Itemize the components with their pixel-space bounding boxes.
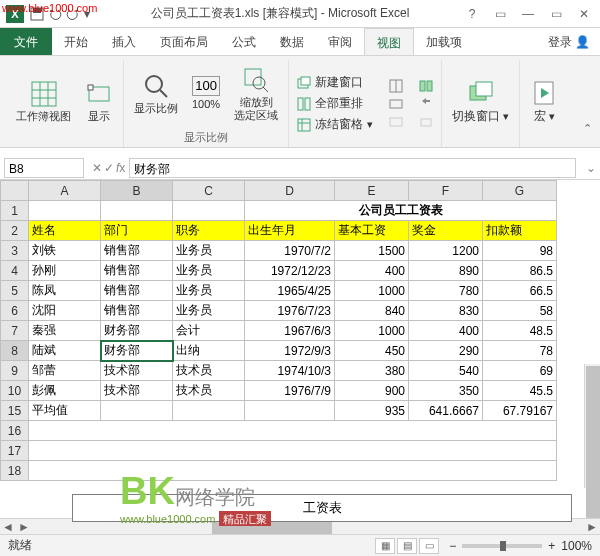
tab-review[interactable]: 审阅 bbox=[316, 28, 364, 55]
zoom-selection-button[interactable]: 缩放到 选定区域 bbox=[230, 64, 282, 124]
cell[interactable]: 沈阳 bbox=[29, 301, 101, 321]
horizontal-scroll-thumb[interactable] bbox=[212, 520, 332, 534]
cell[interactable]: 1972/12/23 bbox=[245, 261, 335, 281]
cell[interactable]: 450 bbox=[335, 341, 409, 361]
cell[interactable]: 1967/6/3 bbox=[245, 321, 335, 341]
fx-icon[interactable]: fx bbox=[116, 161, 125, 175]
cell[interactable]: 孙刚 bbox=[29, 261, 101, 281]
name-box[interactable]: B8 bbox=[4, 158, 84, 178]
ribbon-display-button[interactable]: ▭ bbox=[490, 7, 510, 21]
cell[interactable]: 出纳 bbox=[173, 341, 245, 361]
table-header[interactable]: 部门 bbox=[101, 221, 173, 241]
row-header-15[interactable]: 15 bbox=[1, 401, 29, 421]
workbook-views-button[interactable]: 工作簿视图 bbox=[12, 78, 75, 125]
cell[interactable]: 销售部 bbox=[101, 301, 173, 321]
cell[interactable]: 78 bbox=[483, 341, 557, 361]
sheet-nav-prev[interactable]: ◄ bbox=[0, 519, 16, 534]
close-button[interactable]: ✕ bbox=[574, 7, 594, 21]
cell[interactable]: 业务员 bbox=[173, 281, 245, 301]
cell[interactable]: 业务员 bbox=[173, 241, 245, 261]
table-header[interactable]: 出生年月 bbox=[245, 221, 335, 241]
split-button[interactable] bbox=[387, 78, 405, 94]
zoom-100-button[interactable]: 100 100% bbox=[188, 74, 224, 113]
cell[interactable]: 1000 bbox=[335, 321, 409, 341]
page-layout-view-button[interactable]: ▤ bbox=[397, 538, 417, 554]
row-header-10[interactable]: 10 bbox=[1, 381, 29, 401]
zoom-button[interactable]: 显示比例 bbox=[130, 70, 182, 117]
help-button[interactable]: ? bbox=[462, 7, 482, 21]
cell[interactable]: 陈凤 bbox=[29, 281, 101, 301]
col-header-D[interactable]: D bbox=[245, 181, 335, 201]
table-header[interactable]: 奖金 bbox=[409, 221, 483, 241]
cell[interactable]: 67.79167 bbox=[483, 401, 557, 421]
row-header-6[interactable]: 6 bbox=[1, 301, 29, 321]
cell[interactable]: 会计 bbox=[173, 321, 245, 341]
hide-button[interactable] bbox=[387, 96, 405, 112]
view-side-button[interactable] bbox=[417, 78, 435, 94]
cell[interactable]: 彭佩 bbox=[29, 381, 101, 401]
cell[interactable]: 1500 bbox=[335, 241, 409, 261]
col-header-B[interactable]: B bbox=[101, 181, 173, 201]
macros-button[interactable]: 宏 ▾ bbox=[526, 77, 562, 125]
row-header-3[interactable]: 3 bbox=[1, 241, 29, 261]
tab-home[interactable]: 开始 bbox=[52, 28, 100, 55]
cell[interactable]: 400 bbox=[409, 321, 483, 341]
cell[interactable]: 1965/4/25 bbox=[245, 281, 335, 301]
cell[interactable]: 财务部 bbox=[101, 341, 173, 361]
table-header[interactable]: 职务 bbox=[173, 221, 245, 241]
cell[interactable]: 陆斌 bbox=[29, 341, 101, 361]
cancel-formula-icon[interactable]: ✕ bbox=[92, 161, 102, 175]
tab-data[interactable]: 数据 bbox=[268, 28, 316, 55]
restore-button[interactable]: ▭ bbox=[546, 7, 566, 21]
col-header-A[interactable]: A bbox=[29, 181, 101, 201]
cell[interactable]: 1974/10/3 bbox=[245, 361, 335, 381]
vertical-scroll-thumb[interactable] bbox=[586, 366, 600, 526]
vertical-scrollbar[interactable] bbox=[584, 364, 600, 488]
table-header[interactable]: 基本工资 bbox=[335, 221, 409, 241]
cell[interactable]: 290 bbox=[409, 341, 483, 361]
row-header-1[interactable]: 1 bbox=[1, 201, 29, 221]
expand-formula-icon[interactable]: ⌄ bbox=[582, 161, 600, 175]
table-header[interactable]: 扣款额 bbox=[483, 221, 557, 241]
cell[interactable]: 技术员 bbox=[173, 361, 245, 381]
unhide-button[interactable] bbox=[387, 114, 405, 130]
cell[interactable]: 350 bbox=[409, 381, 483, 401]
cell[interactable]: 98 bbox=[483, 241, 557, 261]
collapse-ribbon-button[interactable]: ⌃ bbox=[583, 122, 592, 135]
select-all-corner[interactable] bbox=[1, 181, 29, 201]
cell[interactable]: 1200 bbox=[409, 241, 483, 261]
table-header[interactable]: 姓名 bbox=[29, 221, 101, 241]
row-header-9[interactable]: 9 bbox=[1, 361, 29, 381]
col-header-G[interactable]: G bbox=[483, 181, 557, 201]
cell[interactable]: 技术员 bbox=[173, 381, 245, 401]
cell[interactable]: 935 bbox=[335, 401, 409, 421]
cell[interactable]: 秦强 bbox=[29, 321, 101, 341]
cell[interactable]: 1970/7/2 bbox=[245, 241, 335, 261]
col-header-E[interactable]: E bbox=[335, 181, 409, 201]
freeze-panes-button[interactable]: 冻结窗格 ▾ bbox=[295, 115, 375, 134]
cell[interactable]: 1976/7/23 bbox=[245, 301, 335, 321]
cell[interactable]: 平均值 bbox=[29, 401, 101, 421]
enter-formula-icon[interactable]: ✓ bbox=[104, 161, 114, 175]
col-header-C[interactable]: C bbox=[173, 181, 245, 201]
cell[interactable]: 业务员 bbox=[173, 261, 245, 281]
tab-insert[interactable]: 插入 bbox=[100, 28, 148, 55]
cell[interactable]: 641.6667 bbox=[409, 401, 483, 421]
cell[interactable]: 69 bbox=[483, 361, 557, 381]
cell[interactable]: 财务部 bbox=[101, 321, 173, 341]
cell[interactable]: 66.5 bbox=[483, 281, 557, 301]
login-button[interactable]: 登录 👤 bbox=[538, 28, 600, 55]
row-header-18[interactable]: 18 bbox=[1, 461, 29, 481]
row-header-5[interactable]: 5 bbox=[1, 281, 29, 301]
cell[interactable]: 邹蕾 bbox=[29, 361, 101, 381]
switch-window-button[interactable]: 切换窗口 ▾ bbox=[448, 77, 513, 125]
cell[interactable]: 780 bbox=[409, 281, 483, 301]
sync-scroll-button[interactable] bbox=[417, 96, 435, 112]
cell[interactable]: 1972/9/3 bbox=[245, 341, 335, 361]
cell[interactable]: 400 bbox=[335, 261, 409, 281]
row-header-8[interactable]: 8 bbox=[1, 341, 29, 361]
cell[interactable]: 890 bbox=[409, 261, 483, 281]
cell[interactable]: 1000 bbox=[335, 281, 409, 301]
cell[interactable]: 45.5 bbox=[483, 381, 557, 401]
cell[interactable]: 销售部 bbox=[101, 281, 173, 301]
